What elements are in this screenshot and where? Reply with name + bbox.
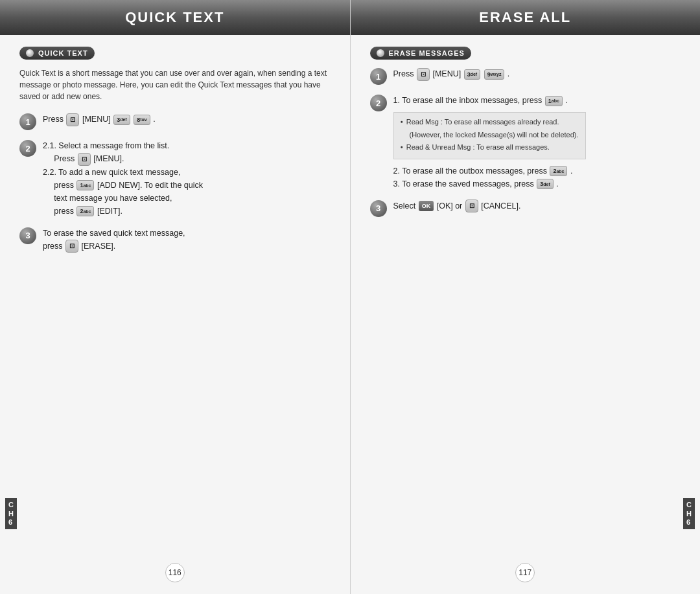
info-item-1-sub: (However, the locked Message(s) will not… xyxy=(401,130,579,141)
right-step-3: 3 Select OK [OK] or ⊡ [CANCEL]. xyxy=(370,200,681,217)
right-section-header-text: ERASE MESSAGES xyxy=(389,49,465,57)
right-step-3-content: Select OK [OK] or ⊡ [CANCEL]. xyxy=(393,200,521,213)
section-bullet xyxy=(26,49,34,57)
step-2-number: 2 xyxy=(19,140,36,157)
key-cancel: ⊡ xyxy=(465,200,478,212)
info-item-1: Read Msg : To erase all messages already… xyxy=(401,117,579,128)
left-page-number: 116 xyxy=(165,563,185,582)
key-3-right: 3def xyxy=(464,69,481,80)
step-2-content: 2.1. Select a message from the list. Pre… xyxy=(43,139,203,218)
right-step-2-number: 2 xyxy=(370,95,387,111)
right-step-1-content: Press ⊡ [MENU] 3def 9wxyz . xyxy=(393,67,510,81)
left-page: QUICK TEXT QUICK TEXT Quick Text is a sh… xyxy=(0,0,350,594)
key-1-add: 1abc xyxy=(76,180,94,190)
step-1-content: Press ⊡ [MENU] 3def 8tuv . xyxy=(43,113,156,126)
left-page-title: QUICK TEXT xyxy=(13,9,337,26)
right-title-bar: ERASE ALL xyxy=(351,0,701,35)
key-menu-left: ⊡ xyxy=(66,113,79,126)
key-1-inbox: 1abc xyxy=(545,96,563,106)
step-3: 3 To erase the saved quick text message,… xyxy=(19,227,331,253)
key-menu-right: ⊡ xyxy=(417,68,430,81)
left-section-header: QUICK TEXT xyxy=(19,47,95,60)
right-section-bullet xyxy=(377,49,384,57)
chapter-mark-right: CH6 xyxy=(683,498,695,529)
right-page-number: 117 xyxy=(515,563,535,582)
step-3-content: To erase the saved quick text message, p… xyxy=(43,227,185,253)
right-step-3-number: 3 xyxy=(370,200,387,217)
intro-text: Quick Text is a short message that you c… xyxy=(19,67,331,102)
key-3-saved: 3def xyxy=(537,179,554,189)
key-3-left: 3def xyxy=(113,115,130,125)
step-1: 1 Press ⊡ [MENU] 3def 8tuv . xyxy=(19,113,331,130)
right-page: ERASE ALL ERASE MESSAGES 1 Press ⊡ [MENU… xyxy=(351,0,701,594)
key-2-outbox: 2abc xyxy=(550,166,567,176)
key-menu-2-1: ⊡ xyxy=(78,153,91,166)
left-page-content: QUICK TEXT Quick Text is a short message… xyxy=(0,35,350,594)
right-section-header: ERASE MESSAGES xyxy=(370,47,471,60)
step-2: 2 2.1. Select a message from the list. P… xyxy=(19,139,331,218)
left-title-bar: QUICK TEXT xyxy=(0,0,350,35)
right-step-2: 2 1. To erase all the inbox messages, pr… xyxy=(370,94,681,190)
left-section-header-text: QUICK TEXT xyxy=(38,49,88,57)
key-9-right: 9wxyz xyxy=(484,69,505,80)
key-erase-left: ⊡ xyxy=(65,240,78,253)
key-2-edit: 2abc xyxy=(76,206,94,216)
chapter-mark-left: CH6 xyxy=(5,498,17,529)
step-3-number: 3 xyxy=(19,227,36,244)
right-step-1: 1 Press ⊡ [MENU] 3def 9wxyz . xyxy=(370,67,681,85)
ok-button: OK xyxy=(419,201,434,211)
info-box: Read Msg : To erase all messages already… xyxy=(393,112,586,159)
key-8-left: 8tuv xyxy=(134,115,150,125)
right-step-1-number: 1 xyxy=(370,68,387,85)
right-step-2-content: 1. To erase all the inbox messages, pres… xyxy=(393,94,586,190)
right-page-title: ERASE ALL xyxy=(364,9,688,26)
right-page-content: ERASE MESSAGES 1 Press ⊡ [MENU] 3def 9wx… xyxy=(351,35,701,594)
info-item-2: Read & Unread Msg : To erase all message… xyxy=(401,142,579,153)
step-1-number: 1 xyxy=(19,113,36,130)
